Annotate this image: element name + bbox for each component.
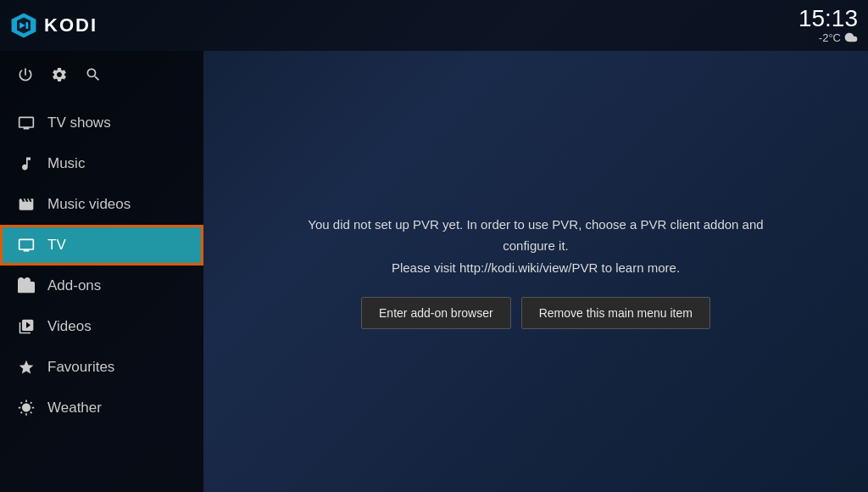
cloud-icon (844, 31, 858, 44)
remove-menu-item-button[interactable]: Remove this main menu item (521, 297, 710, 329)
music-icon (17, 154, 36, 173)
top-bar: KODI 15:13 -2°C (0, 0, 868, 51)
kodi-logo-icon (10, 12, 37, 39)
sidebar-label-favourites: Favourites (47, 359, 114, 376)
sidebar-item-music-videos[interactable]: Music videos (0, 184, 203, 225)
app-container: KODI 15:13 -2°C (0, 0, 868, 492)
sidebar-controls (0, 58, 203, 103)
sidebar-label-videos: Videos (47, 318, 92, 335)
app-title: KODI (44, 14, 97, 36)
sidebar-item-add-ons[interactable]: Add-ons (0, 266, 203, 306)
settings-button[interactable] (51, 66, 68, 87)
sidebar-label-tv-shows: TV shows (47, 115, 111, 131)
sidebar-label-add-ons: Add-ons (47, 277, 101, 294)
pvr-message: You did not set up PVR yet. In order to … (298, 214, 773, 330)
music-videos-icon (17, 195, 36, 214)
main-area: TV shows Music Music videos (0, 51, 868, 492)
content-area: You did not set up PVR yet. In order to … (203, 51, 868, 492)
pvr-text-line1: You did not set up PVR yet. In order to … (298, 214, 773, 279)
sidebar-item-tv[interactable]: TV (0, 225, 203, 266)
sidebar-item-music[interactable]: Music (0, 143, 203, 184)
sidebar-label-tv: TV (47, 237, 66, 254)
add-ons-icon (17, 277, 36, 295)
videos-icon (17, 317, 36, 336)
logo-area: KODI (10, 12, 214, 39)
weather-icon (17, 399, 36, 417)
weather-info: -2°C (819, 31, 858, 44)
svg-rect-3 (26, 22, 29, 29)
sidebar-label-music: Music (47, 155, 85, 172)
sidebar-label-weather: Weather (47, 400, 102, 417)
sidebar-item-videos[interactable]: Videos (0, 306, 203, 347)
top-bar-right: 15:13 -2°C (798, 7, 858, 44)
favourites-icon (17, 358, 36, 377)
sidebar: TV shows Music Music videos (0, 51, 203, 492)
search-button[interactable] (85, 66, 102, 87)
pvr-buttons: Enter add-on browser Remove this main me… (298, 297, 773, 329)
power-button[interactable] (17, 66, 34, 87)
tv-shows-icon (17, 114, 36, 132)
temperature: -2°C (819, 31, 841, 44)
sidebar-item-favourites[interactable]: Favourites (0, 347, 203, 388)
sidebar-item-weather[interactable]: Weather (0, 388, 203, 428)
clock-display: 15:13 (798, 7, 858, 31)
sidebar-label-music-videos: Music videos (47, 196, 131, 213)
tv-icon (17, 236, 36, 254)
enter-addon-browser-button[interactable]: Enter add-on browser (361, 297, 511, 329)
sidebar-item-tv-shows[interactable]: TV shows (0, 103, 203, 143)
